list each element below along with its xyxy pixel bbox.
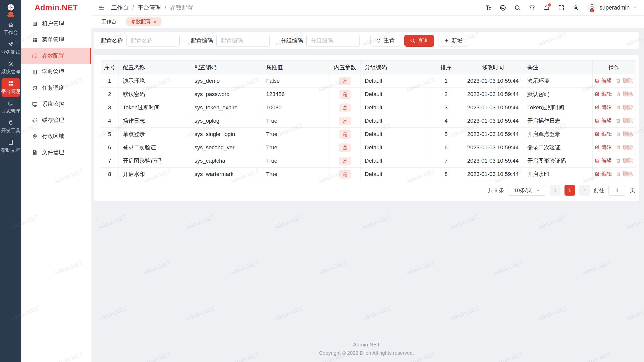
delete-button[interactable]: 删除 bbox=[616, 157, 633, 164]
cell-remark: 演示环境 bbox=[523, 74, 593, 88]
edit-label: 编辑 bbox=[601, 117, 612, 124]
delete-button[interactable]: 删除 bbox=[616, 77, 633, 84]
sidebar-item-alarm-clock[interactable]: 任务调度 bbox=[21, 80, 91, 96]
sidebar-item-document[interactable]: 文件管理 bbox=[21, 144, 91, 160]
cell-actions: 编辑删除 bbox=[593, 154, 635, 168]
delete-button[interactable]: 删除 bbox=[616, 104, 633, 111]
rail-item-chip[interactable]: 开发工具 bbox=[2, 117, 20, 136]
cell-builtin: 是 bbox=[330, 74, 360, 88]
current-page[interactable]: 1 bbox=[565, 185, 575, 196]
user-icon[interactable] bbox=[573, 5, 579, 11]
edit-button[interactable]: 编辑 bbox=[595, 90, 612, 98]
cell-time: 2023-01-03 10:59:44 bbox=[463, 154, 523, 168]
edit-button[interactable]: 编辑 bbox=[595, 157, 612, 164]
column-header-no: 序号 bbox=[101, 61, 118, 74]
column-header-code: 配置编码 bbox=[190, 61, 262, 74]
gear-icon bbox=[8, 61, 14, 67]
edit-button[interactable]: 编辑 bbox=[595, 130, 612, 138]
chevron-left-icon bbox=[553, 188, 557, 193]
notification-icon[interactable] bbox=[543, 5, 550, 11]
user-menu[interactable]: superadmin bbox=[587, 3, 637, 13]
cell-actions: 编辑删除 bbox=[593, 101, 635, 114]
delete-button[interactable]: 删除 bbox=[616, 90, 633, 98]
sidebar-item-notebook[interactable]: 字典管理 bbox=[21, 64, 91, 80]
table-row: 3Token过期时间sys_token_expire10080是Default3… bbox=[101, 101, 635, 114]
rail-item-copy[interactable]: 日志管理 bbox=[2, 98, 20, 117]
sidebar-item-label: 文件管理 bbox=[42, 149, 64, 156]
footer-title: Admin.NET bbox=[94, 342, 639, 348]
edit-button[interactable]: 编辑 bbox=[595, 144, 612, 151]
cell-group: Default bbox=[360, 154, 429, 168]
language-icon[interactable] bbox=[500, 5, 506, 11]
cell-no: 4 bbox=[101, 114, 118, 128]
monitor-icon bbox=[32, 101, 38, 107]
cell-no: 2 bbox=[101, 88, 118, 101]
sidebar-item-location[interactable]: 行政区域 bbox=[21, 128, 91, 144]
sidebar-item-label: 菜单管理 bbox=[42, 36, 64, 43]
page-size-select[interactable]: 10条/页 bbox=[508, 185, 546, 196]
column-header-value: 属性值 bbox=[262, 61, 330, 74]
sidebar-item-copy-document[interactable]: 参数配置 bbox=[21, 48, 91, 64]
config-code-input[interactable] bbox=[216, 35, 270, 47]
breadcrumb-platform[interactable]: 平台管理 bbox=[138, 4, 161, 12]
table-header-row: 序号配置名称配置编码属性值内置参数分组编码排序修改时间备注操作 bbox=[101, 61, 635, 74]
collapse-menu-icon[interactable] bbox=[98, 4, 105, 11]
breadcrumb: 工作台 / 平台管理 / 参数配置 bbox=[111, 4, 193, 12]
search-icon[interactable] bbox=[514, 5, 521, 11]
reset-button[interactable]: 重置 bbox=[370, 35, 400, 47]
add-button[interactable]: 新增 bbox=[438, 35, 468, 47]
edit-label: 编辑 bbox=[601, 77, 612, 84]
cell-builtin: 是 bbox=[330, 128, 360, 141]
table-row: 1演示环境sys_demoFalse是Default12023-01-03 10… bbox=[101, 74, 635, 88]
group-code-input[interactable] bbox=[306, 35, 360, 47]
theme-icon[interactable] bbox=[529, 5, 535, 11]
edit-button[interactable]: 编辑 bbox=[595, 104, 612, 111]
delete-button[interactable]: 删除 bbox=[616, 130, 633, 138]
main-area: 工作台 / 平台管理 / 参数配置 bbox=[91, 0, 644, 362]
cell-actions: 编辑删除 bbox=[593, 168, 635, 181]
edit-button[interactable]: 编辑 bbox=[595, 77, 612, 84]
rail-item-send[interactable]: 业务测试 bbox=[2, 39, 20, 58]
cell-group: Default bbox=[360, 74, 429, 88]
cell-sort: 1 bbox=[429, 74, 463, 88]
query-button[interactable]: 查询 bbox=[404, 35, 434, 47]
edit-button[interactable]: 编辑 bbox=[595, 117, 612, 124]
logo-avatar bbox=[5, 3, 17, 17]
tab-param-config[interactable]: 参数配置 × bbox=[126, 17, 162, 26]
edit-button[interactable]: 编辑 bbox=[595, 170, 612, 177]
rail-item-label: 帮助文档 bbox=[1, 147, 20, 154]
rail-item-home[interactable]: 工作台 bbox=[2, 19, 20, 38]
rail-item-gear[interactable]: 系统管理 bbox=[2, 58, 20, 77]
delete-button[interactable]: 删除 bbox=[616, 117, 633, 124]
column-header-actions: 操作 bbox=[593, 61, 635, 74]
rail-item-book[interactable]: 帮助文档 bbox=[2, 137, 20, 156]
rail-item-label: 日志管理 bbox=[1, 108, 20, 114]
fullscreen-icon[interactable] bbox=[558, 5, 565, 11]
sidebar-item-grid[interactable]: 菜单管理 bbox=[21, 32, 91, 48]
sidebar-item-monitor[interactable]: 系统监控 bbox=[21, 96, 91, 112]
goto-page-input[interactable] bbox=[608, 185, 626, 196]
cell-builtin: 是 bbox=[330, 154, 360, 168]
cell-builtin: 是 bbox=[330, 141, 360, 154]
tab-workbench[interactable]: 工作台 bbox=[101, 18, 116, 25]
prev-page-button[interactable] bbox=[550, 185, 560, 196]
cell-value: 123456 bbox=[262, 88, 330, 101]
chevron-down-icon bbox=[632, 5, 637, 10]
sidebar-item-building[interactable]: 租户管理 bbox=[21, 16, 91, 32]
table-row: 8开启水印sys_wartermarkTrue是Default82023-01-… bbox=[101, 168, 635, 181]
close-tab-icon[interactable]: × bbox=[154, 19, 157, 24]
cell-code: sys_wartermark bbox=[190, 168, 262, 181]
module-rail: 工作台业务测试系统管理平台管理日志管理开发工具帮助文档 bbox=[0, 0, 21, 362]
breadcrumb-workbench[interactable]: 工作台 bbox=[111, 4, 129, 12]
delete-button[interactable]: 删除 bbox=[616, 170, 633, 177]
rail-item-grid[interactable]: 平台管理 bbox=[2, 78, 20, 97]
sidebar-item-loading[interactable]: 缓存管理 bbox=[21, 112, 91, 128]
next-page-button[interactable] bbox=[579, 185, 590, 196]
edit-label: 编辑 bbox=[601, 130, 612, 138]
breadcrumb-current: 参数配置 bbox=[170, 4, 193, 12]
cell-actions: 编辑删除 bbox=[593, 141, 635, 154]
config-name-input[interactable] bbox=[126, 35, 180, 47]
filter-label-code: 配置编码 bbox=[191, 37, 213, 44]
font-size-icon[interactable] bbox=[485, 5, 492, 11]
delete-button[interactable]: 删除 bbox=[616, 144, 633, 151]
